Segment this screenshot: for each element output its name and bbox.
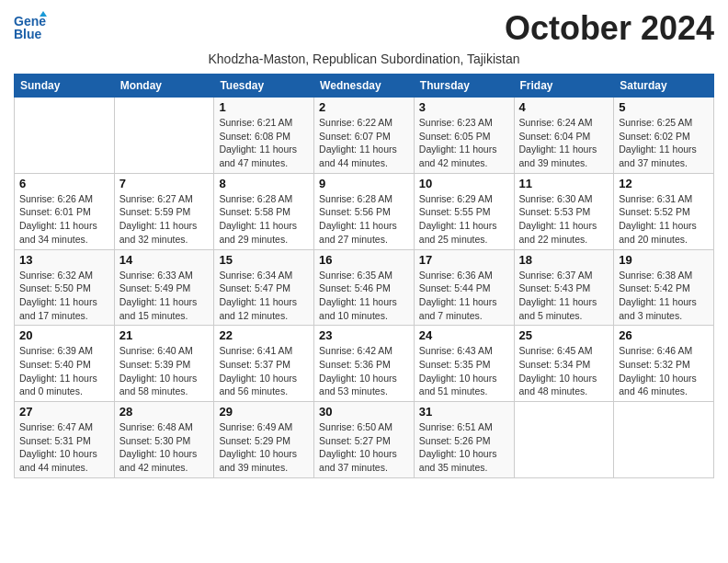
calendar-cell: 24Sunrise: 6:43 AM Sunset: 5:35 PM Dayli… [414, 326, 514, 402]
day-number: 3 [419, 100, 509, 114]
day-info: Sunrise: 6:50 AM Sunset: 5:27 PM Dayligh… [319, 420, 409, 475]
day-number: 4 [519, 100, 609, 114]
header-monday: Monday [114, 75, 214, 98]
week-row-2: 6Sunrise: 6:26 AM Sunset: 6:01 PM Daylig… [15, 173, 714, 249]
calendar-cell: 12Sunrise: 6:31 AM Sunset: 5:52 PM Dayli… [614, 173, 714, 249]
day-info: Sunrise: 6:47 AM Sunset: 5:31 PM Dayligh… [19, 420, 109, 475]
day-info: Sunrise: 6:37 AM Sunset: 5:43 PM Dayligh… [519, 269, 609, 323]
calendar-cell [614, 402, 714, 478]
calendar-cell: 19Sunrise: 6:38 AM Sunset: 5:42 PM Dayli… [614, 249, 714, 326]
calendar-cell: 13Sunrise: 6:32 AM Sunset: 5:50 PM Dayli… [15, 249, 115, 326]
header-saturday: Saturday [614, 75, 714, 98]
day-number: 10 [419, 177, 509, 190]
day-number: 17 [419, 253, 509, 267]
day-info: Sunrise: 6:27 AM Sunset: 5:59 PM Dayligh… [119, 192, 210, 247]
day-info: Sunrise: 6:28 AM Sunset: 5:58 PM Dayligh… [219, 192, 309, 247]
day-number: 12 [619, 177, 709, 190]
day-number: 8 [219, 177, 309, 190]
day-info: Sunrise: 6:39 AM Sunset: 5:40 PM Dayligh… [19, 344, 109, 398]
calendar-cell: 10Sunrise: 6:29 AM Sunset: 5:55 PM Dayli… [414, 173, 514, 249]
calendar-cell: 30Sunrise: 6:50 AM Sunset: 5:27 PM Dayli… [314, 402, 415, 478]
location-subtitle: Khodzha-Maston, Republican Subordination… [14, 52, 714, 66]
day-info: Sunrise: 6:42 AM Sunset: 5:36 PM Dayligh… [319, 344, 409, 398]
day-number: 30 [319, 405, 409, 419]
day-number: 9 [319, 177, 409, 190]
calendar-body: 1Sunrise: 6:21 AM Sunset: 6:08 PM Daylig… [15, 98, 714, 478]
day-number: 5 [619, 100, 709, 114]
day-info: Sunrise: 6:45 AM Sunset: 5:34 PM Dayligh… [519, 344, 609, 398]
day-number: 14 [119, 253, 210, 267]
calendar-cell [15, 98, 115, 174]
day-number: 23 [319, 328, 409, 342]
day-info: Sunrise: 6:33 AM Sunset: 5:49 PM Dayligh… [119, 269, 210, 323]
day-info: Sunrise: 6:28 AM Sunset: 5:56 PM Dayligh… [319, 192, 409, 247]
svg-text:Blue: Blue [14, 27, 42, 41]
day-number: 18 [519, 253, 609, 267]
calendar-cell: 9Sunrise: 6:28 AM Sunset: 5:56 PM Daylig… [314, 173, 415, 249]
day-number: 19 [619, 253, 709, 267]
day-info: Sunrise: 6:40 AM Sunset: 5:39 PM Dayligh… [119, 344, 210, 398]
header-friday: Friday [514, 75, 614, 98]
day-number: 6 [19, 177, 109, 190]
calendar-cell: 22Sunrise: 6:41 AM Sunset: 5:37 PM Dayli… [214, 326, 314, 402]
header-wednesday: Wednesday [314, 75, 415, 98]
header-row: SundayMondayTuesdayWednesdayThursdayFrid… [15, 75, 714, 98]
day-number: 1 [219, 100, 309, 114]
day-number: 22 [219, 328, 309, 342]
day-number: 16 [319, 253, 409, 267]
calendar-cell: 5Sunrise: 6:25 AM Sunset: 6:02 PM Daylig… [614, 98, 714, 174]
day-info: Sunrise: 6:51 AM Sunset: 5:26 PM Dayligh… [419, 420, 509, 475]
day-info: Sunrise: 6:38 AM Sunset: 5:42 PM Dayligh… [619, 269, 709, 323]
page-header: General Blue October 2024 [14, 9, 714, 48]
calendar-cell: 20Sunrise: 6:39 AM Sunset: 5:40 PM Dayli… [15, 326, 115, 402]
day-number: 25 [519, 328, 609, 342]
calendar-cell [514, 402, 614, 478]
calendar-cell: 11Sunrise: 6:30 AM Sunset: 5:53 PM Dayli… [514, 173, 614, 249]
logo: General Blue [14, 9, 49, 42]
calendar-cell: 21Sunrise: 6:40 AM Sunset: 5:39 PM Dayli… [114, 326, 214, 402]
day-info: Sunrise: 6:49 AM Sunset: 5:29 PM Dayligh… [219, 420, 309, 475]
day-info: Sunrise: 6:46 AM Sunset: 5:32 PM Dayligh… [619, 344, 709, 398]
calendar-cell: 14Sunrise: 6:33 AM Sunset: 5:49 PM Dayli… [114, 249, 214, 326]
day-number: 7 [119, 177, 210, 190]
header-sunday: Sunday [15, 75, 115, 98]
calendar-cell: 18Sunrise: 6:37 AM Sunset: 5:43 PM Dayli… [514, 249, 614, 326]
calendar-cell [114, 98, 214, 174]
month-title: October 2024 [505, 9, 714, 48]
day-info: Sunrise: 6:21 AM Sunset: 6:08 PM Dayligh… [219, 116, 309, 170]
week-row-4: 20Sunrise: 6:39 AM Sunset: 5:40 PM Dayli… [15, 326, 714, 402]
calendar-cell: 2Sunrise: 6:22 AM Sunset: 6:07 PM Daylig… [314, 98, 415, 174]
day-info: Sunrise: 6:32 AM Sunset: 5:50 PM Dayligh… [19, 269, 109, 323]
header-tuesday: Tuesday [214, 75, 314, 98]
day-number: 26 [619, 328, 709, 342]
day-number: 29 [219, 405, 309, 419]
calendar-cell: 28Sunrise: 6:48 AM Sunset: 5:30 PM Dayli… [114, 402, 214, 478]
calendar-cell: 4Sunrise: 6:24 AM Sunset: 6:04 PM Daylig… [514, 98, 614, 174]
calendar-cell: 25Sunrise: 6:45 AM Sunset: 5:34 PM Dayli… [514, 326, 614, 402]
calendar-cell: 26Sunrise: 6:46 AM Sunset: 5:32 PM Dayli… [614, 326, 714, 402]
day-number: 27 [19, 405, 109, 419]
calendar-cell: 29Sunrise: 6:49 AM Sunset: 5:29 PM Dayli… [214, 402, 314, 478]
day-info: Sunrise: 6:24 AM Sunset: 6:04 PM Dayligh… [519, 116, 609, 170]
calendar-cell: 27Sunrise: 6:47 AM Sunset: 5:31 PM Dayli… [15, 402, 115, 478]
day-number: 21 [119, 328, 210, 342]
week-row-3: 13Sunrise: 6:32 AM Sunset: 5:50 PM Dayli… [15, 249, 714, 326]
day-info: Sunrise: 6:41 AM Sunset: 5:37 PM Dayligh… [219, 344, 309, 398]
day-number: 20 [19, 328, 109, 342]
day-number: 24 [419, 328, 509, 342]
day-info: Sunrise: 6:25 AM Sunset: 6:02 PM Dayligh… [619, 116, 709, 170]
day-info: Sunrise: 6:36 AM Sunset: 5:44 PM Dayligh… [419, 269, 509, 323]
calendar-cell: 23Sunrise: 6:42 AM Sunset: 5:36 PM Dayli… [314, 326, 415, 402]
day-info: Sunrise: 6:43 AM Sunset: 5:35 PM Dayligh… [419, 344, 509, 398]
calendar-cell: 31Sunrise: 6:51 AM Sunset: 5:26 PM Dayli… [414, 402, 514, 478]
calendar-cell: 8Sunrise: 6:28 AM Sunset: 5:58 PM Daylig… [214, 173, 314, 249]
day-info: Sunrise: 6:34 AM Sunset: 5:47 PM Dayligh… [219, 269, 309, 323]
day-number: 13 [19, 253, 109, 267]
calendar-cell: 15Sunrise: 6:34 AM Sunset: 5:47 PM Dayli… [214, 249, 314, 326]
header-thursday: Thursday [414, 75, 514, 98]
week-row-1: 1Sunrise: 6:21 AM Sunset: 6:08 PM Daylig… [15, 98, 714, 174]
day-info: Sunrise: 6:22 AM Sunset: 6:07 PM Dayligh… [319, 116, 409, 170]
calendar-cell: 1Sunrise: 6:21 AM Sunset: 6:08 PM Daylig… [214, 98, 314, 174]
day-number: 11 [519, 177, 609, 190]
day-number: 2 [319, 100, 409, 114]
